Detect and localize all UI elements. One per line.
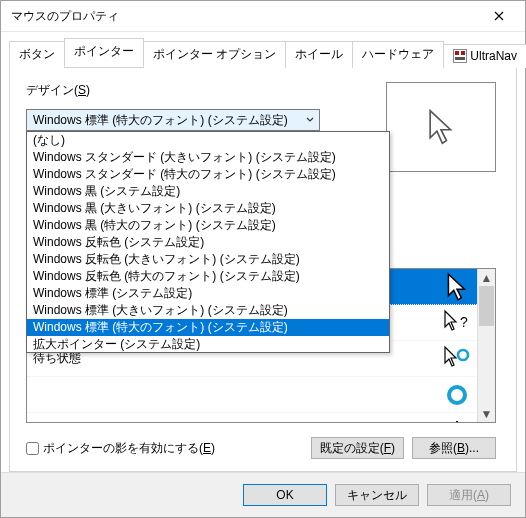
mouse-properties-window: マウスのプロパティ ボタン ポインター ポインター オプション ホイール ハード… [0, 0, 526, 518]
cursor-help-icon: ? [443, 309, 471, 337]
scheme-option[interactable]: Windows 黒 (特大のフォント) (システム設定) [27, 217, 389, 234]
svg-point-5 [458, 350, 468, 360]
svg-rect-3 [455, 57, 465, 60]
scheme-selected-text: Windows 標準 (特大のフォント) (システム設定) [27, 112, 301, 129]
pointer-shadow-row: ポインターの影を有効にする(E) [26, 440, 215, 457]
window-title: マウスのプロパティ [11, 8, 477, 25]
scroll-down-arrow-icon[interactable]: ▼ [478, 405, 495, 422]
scheme-option[interactable]: Windows 反転色 (特大のフォント) (システム設定) [27, 268, 389, 285]
apply-button[interactable]: 適用(A) [427, 484, 511, 506]
scheme-option[interactable]: 拡大ポインター (システム設定) [27, 336, 389, 353]
scheme-option[interactable]: Windows 標準 (特大のフォント) (システム設定) [27, 319, 389, 336]
cursor-arrow-icon [427, 108, 455, 146]
scheme-buttons: 既定の設定(F) 参照(B)... [311, 437, 496, 459]
use-default-button[interactable]: 既定の設定(F) [311, 437, 404, 459]
scheme-option[interactable]: Windows 反転色 (システム設定) [27, 234, 389, 251]
cursor-busy-icon [443, 345, 471, 373]
cursor-preview [386, 82, 496, 172]
scroll-up-arrow-icon[interactable]: ▲ [478, 269, 495, 286]
cursor-list-scrollbar[interactable]: ▲ ▼ [477, 269, 495, 422]
close-icon [494, 11, 504, 21]
scheme-option[interactable]: Windows 反転色 (大きいフォント) (システム設定) [27, 251, 389, 268]
scheme-option[interactable]: Windows スタンダード (特大のフォント) (システム設定) [27, 166, 389, 183]
tab-ultranav[interactable]: UltraNav [443, 44, 526, 68]
tab-pointer-options[interactable]: ポインター オプション [143, 41, 286, 68]
svg-rect-1 [455, 51, 459, 55]
scroll-thumb[interactable] [479, 286, 494, 326]
cursor-list-row[interactable]: 領域選択 [27, 413, 477, 423]
scheme-option[interactable]: Windows 標準 (システム設定) [27, 285, 389, 302]
cancel-button[interactable]: キャンセル [335, 484, 419, 506]
tab-content-pointers: デザイン(S) Windows 標準 (特大のフォント) (システム設定) (な… [9, 68, 517, 472]
scheme-option[interactable]: Windows 標準 (大きいフォント) (システム設定) [27, 302, 389, 319]
svg-rect-2 [461, 51, 465, 55]
scheme-option[interactable]: Windows 黒 (大きいフォント) (システム設定) [27, 200, 389, 217]
tab-buttons[interactable]: ボタン [9, 41, 65, 68]
cursor-arrow-icon [443, 272, 471, 302]
busy-ring-icon [443, 383, 471, 407]
close-button[interactable] [477, 2, 521, 30]
tab-strip: ボタン ポインター ポインター オプション ホイール ハードウェア UltraN… [9, 38, 517, 68]
chevron-down-icon [301, 110, 319, 130]
scheme-option[interactable]: Windows 黒 (システム設定) [27, 183, 389, 200]
scheme-dropdown-list[interactable]: (なし) Windows スタンダード (大きいフォント) (システム設定) W… [26, 131, 390, 353]
scheme-combobox[interactable]: Windows 標準 (特大のフォント) (システム設定) [26, 109, 320, 131]
tab-wheel[interactable]: ホイール [285, 41, 353, 68]
titlebar: マウスのプロパティ [1, 1, 525, 32]
tab-hardware[interactable]: ハードウェア [352, 41, 444, 68]
dialog-button-row: OK キャンセル 適用(A) [1, 472, 525, 517]
ultranav-icon [453, 49, 467, 63]
pointer-shadow-label: ポインターの影を有効にする(E) [43, 440, 215, 457]
scheme-option[interactable]: (なし) [27, 132, 389, 149]
svg-point-6 [449, 387, 465, 403]
pointer-shadow-checkbox[interactable] [26, 442, 39, 455]
browse-button[interactable]: 参照(B)... [412, 437, 496, 459]
cursor-row-label: 領域選択 [33, 422, 443, 423]
ok-button[interactable]: OK [243, 484, 327, 506]
tab-pointers[interactable]: ポインター [64, 38, 144, 67]
svg-text:?: ? [460, 314, 468, 330]
scheme-option[interactable]: Windows スタンダード (大きいフォント) (システム設定) [27, 149, 389, 166]
cursor-list-row[interactable] [27, 377, 477, 413]
crosshair-icon [443, 420, 471, 424]
